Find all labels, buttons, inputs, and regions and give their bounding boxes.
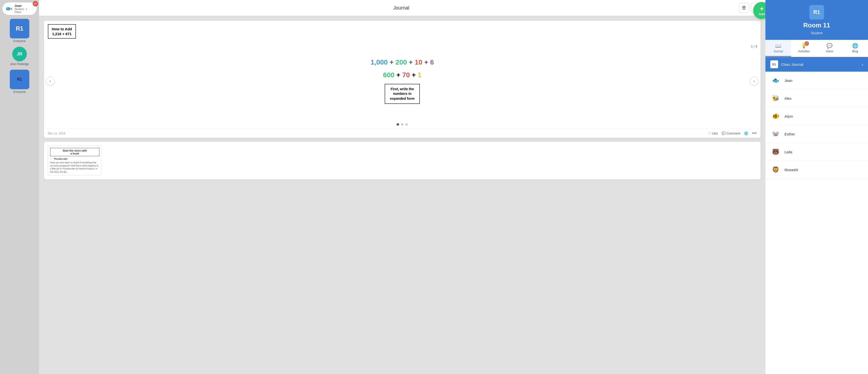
more-btn[interactable]: ••• (752, 131, 756, 136)
slide-counter-1: 1 / 3 (751, 45, 757, 48)
preview-text-2: Have you ever been so afraid of somethin… (50, 161, 99, 173)
journal-area: How to Add1,216 + 671 1 / 3 ‹ 1,000 + 20… (39, 16, 766, 374)
post-card-2: Start the story witha hook → Thundercake… (44, 142, 761, 179)
sidebar-room2-label: R1 (17, 77, 22, 82)
room-badge: R1 (809, 5, 824, 20)
thundercake-label: Thundercake (54, 158, 67, 160)
cj-arrow-icon: › (862, 62, 863, 67)
instruction-box-1: First, write thenumbers inexpanded form (385, 84, 420, 104)
room-name: Room 11 (803, 22, 830, 29)
room-header: R1 Room 11 Student (766, 0, 868, 40)
student-avatar-esther: 🐭 (770, 128, 781, 139)
add-label: Add (758, 12, 765, 16)
tab-journal[interactable]: 📖 Journal (766, 40, 791, 57)
slide-container-1: 1 / 3 ‹ 1,000 + 200 + 10 + 6 600 (44, 42, 761, 120)
student-row-arjun[interactable]: 🐠 Arjun (766, 107, 868, 125)
add-plus-icon: + (760, 5, 764, 12)
tab-activities[interactable]: 💡 27 Activities (791, 40, 817, 57)
tab-bar: 📖 Journal 💡 27 Activities 💬 Inbox 🌐 Blog (766, 40, 868, 57)
cj-badge: R1 (770, 60, 778, 68)
num-10: 10 (415, 58, 422, 66)
activities-badge: 27 (805, 41, 809, 46)
post-title-1: How to Add1,216 + 671 (48, 24, 76, 39)
globe-icon: 🌐 (744, 132, 748, 135)
student-row-laila[interactable]: 🐻 Laila (766, 143, 868, 161)
num-70: 70 (402, 71, 410, 79)
student-row-jean[interactable]: 🐟 Jean (766, 71, 868, 89)
dot-1[interactable] (397, 123, 399, 126)
student-row-alex[interactable]: 🐝 Alex (766, 89, 868, 107)
page-title: Journal (63, 5, 739, 11)
math-line-1: 1,000 + 200 + 10 + 6 (371, 58, 434, 66)
user-subtitle: Student · 1 Class (14, 7, 34, 13)
blog-tab-label: Blog (852, 50, 858, 53)
heart-icon: ♡ (708, 132, 711, 135)
journal-tab-label: Journal (773, 50, 783, 53)
num-1000: 1,000 (371, 58, 388, 66)
tab-blog[interactable]: 🌐 Blog (842, 40, 868, 57)
comment-btn[interactable]: 💬 Comment (722, 132, 740, 135)
sidebar-room2-group: R1 Everyone (10, 70, 29, 94)
blog-tab-icon: 🌐 (852, 43, 858, 49)
activities-tab-label: Activities (798, 50, 810, 53)
list-view-btn[interactable]: ☰ (739, 3, 749, 13)
student-row-esther[interactable]: 🐭 Esther (766, 125, 868, 143)
num-600: 600 (383, 71, 395, 79)
comment-label: Comment (726, 132, 740, 135)
student-row-musashi[interactable]: 🦁 Musashi (766, 161, 868, 179)
like-btn[interactable]: ♡ Like (708, 132, 718, 135)
user-name: Jean (14, 4, 34, 7)
math-line-2: 600 + 70 + 1 (383, 71, 421, 79)
post-header-1: How to Add1,216 + 671 (44, 21, 761, 42)
sidebar-room2-btn[interactable]: R1 (10, 70, 29, 89)
svg-marker-1 (10, 7, 12, 10)
slide-dots-1 (44, 120, 761, 128)
post-preview-2: Start the story witha hook → Thundercake… (44, 142, 761, 179)
preview-doc-2: Start the story witha hook → Thundercake… (48, 146, 102, 175)
tab-inbox[interactable]: 💬 Inbox (817, 40, 842, 57)
student-name-musashi: Musashi (784, 168, 798, 172)
post-footer-1: Dec 11, 2019 ♡ Like 💬 Comment 🌐 ••• (44, 128, 761, 138)
like-label: Like (712, 132, 718, 135)
student-name-alex: Alex (784, 96, 792, 100)
inbox-tab-label: Inbox (826, 50, 833, 53)
dot-3[interactable] (405, 123, 408, 126)
student-avatar-laila: 🐻 (770, 146, 781, 157)
sidebar-room1-group: R1 Everyone (10, 19, 29, 43)
student-avatar-alex: 🐝 (770, 93, 781, 104)
user-info: Jean Student · 1 Class (14, 4, 34, 13)
student-list: R1 Class Journal › 🐟 Jean 🐝 Alex 🐠 Arjun… (766, 57, 868, 374)
slide-prev-btn[interactable]: ‹ (46, 77, 55, 86)
svg-point-0 (6, 7, 10, 10)
student-name-arjun: Arjun (784, 114, 793, 118)
user-header[interactable]: Jean Student · 1 Class 27 (2, 2, 37, 15)
post-card-1: How to Add1,216 + 671 1 / 3 ‹ 1,000 + 20… (44, 21, 761, 138)
notification-badge: 27 (33, 1, 38, 6)
student-avatar-jean: 🐟 (770, 75, 781, 86)
student-name-jean: Jean (784, 79, 793, 83)
comment-icon: 💬 (722, 132, 725, 135)
sidebar-avatar-name: Jean Rutledge (10, 62, 29, 66)
right-panel: R1 Room 11 Student 📖 Journal 💡 27 Activi… (766, 0, 868, 374)
left-sidebar: Jean Student · 1 Class 27 R1 Everyone JR… (0, 0, 39, 374)
slide-next-btn[interactable]: › (750, 77, 758, 86)
post-actions-1: ♡ Like 💬 Comment 🌐 ••• (708, 131, 756, 136)
cj-label: Class Journal (781, 62, 803, 66)
post-date-1: Dec 11, 2019 (48, 132, 65, 135)
sidebar-avatar[interactable]: JR (12, 47, 27, 61)
num-1: 1 (417, 71, 422, 79)
num-6: 6 (430, 58, 434, 66)
num-200: 200 (395, 58, 407, 66)
dot-2[interactable] (401, 123, 403, 126)
main-content: Journal ☰ ⊞ + Add How to Add1,216 + 671 … (39, 0, 766, 374)
class-journal-row[interactable]: R1 Class Journal › (766, 57, 868, 71)
doc-title-2: Start the story witha hook (50, 148, 99, 156)
sidebar-room1-btn[interactable]: R1 (10, 19, 29, 38)
inbox-tab-icon: 💬 (827, 43, 833, 49)
room-sub: Student (811, 31, 823, 35)
fish-icon (5, 5, 12, 13)
journal-tab-icon: 📖 (775, 43, 781, 49)
sidebar-room1-label: R1 (16, 25, 24, 32)
globe-btn[interactable]: 🌐 (744, 132, 748, 135)
top-bar: Journal ☰ ⊞ + Add (39, 0, 766, 16)
